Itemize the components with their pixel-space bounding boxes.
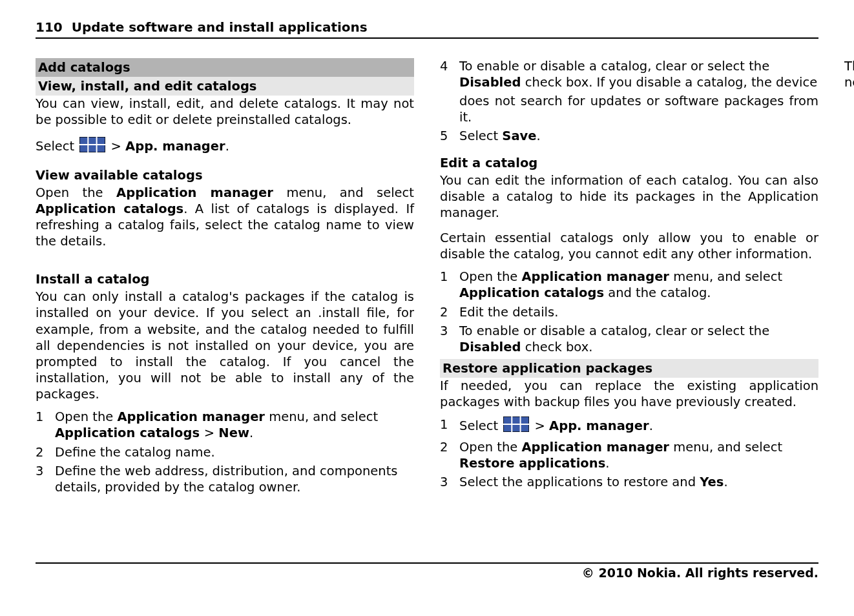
install-step-5: 5 Select Save.: [440, 128, 818, 144]
restore-step-2: 2 Open the Application manager menu, and…: [440, 439, 818, 471]
running-header: 110Update software and install applicati…: [36, 19, 818, 39]
heading-edit-catalog: Edit a catalog: [440, 155, 818, 171]
page-title: Update software and install applications: [72, 19, 368, 35]
select-suffix: >: [107, 139, 125, 154]
edit-step-2: 2 Edit the details.: [440, 304, 818, 320]
app-grid-icon: [503, 416, 529, 436]
restore-step-1: 1 Select > App. manager.: [440, 416, 818, 436]
heading-view-catalogs: View available catalogs: [36, 167, 414, 183]
restore-step-3: 3 Select the applications to restore and…: [440, 474, 818, 490]
restore-steps: 1 Select > App. manager. 2 Open the Appl…: [440, 416, 818, 490]
restore-body: If needed, you can replace the existing …: [440, 378, 818, 410]
install-catalog-body: You can only install a catalog's package…: [36, 289, 414, 402]
footer-copyright: © 2010 Nokia. All rights reserved.: [36, 562, 818, 581]
install-step-2: 2 Define the catalog name.: [36, 444, 414, 460]
view-catalogs-body: Open the Application manager menu, and s…: [36, 185, 414, 250]
select-prefix: Select: [36, 139, 78, 154]
section-heading-add-catalogs: Add catalogs: [36, 58, 414, 77]
edit-steps: 1 Open the Application manager menu, and…: [440, 269, 818, 355]
edit-catalog-body-2: Certain essential catalogs only allow yo…: [440, 230, 818, 262]
content-columns: Add catalogs View, install, and edit cat…: [36, 58, 818, 523]
install-step-3: 3 Define the web address, distribution, …: [36, 463, 414, 495]
install-steps-cont: 5 Select Save.: [440, 128, 818, 144]
edit-step-3: 3 To enable or disable a catalog, clear …: [440, 323, 818, 355]
install-step-4: 4 To enable or disable a catalog, clear …: [440, 58, 818, 90]
section-heading-restore: Restore application packages: [440, 359, 818, 378]
install-step-4-continued: does not search for updates or software …: [440, 93, 818, 125]
section-heading-view-install-edit: View, install, and edit catalogs: [36, 77, 414, 96]
period: .: [225, 139, 229, 154]
app-grid-icon: [79, 137, 105, 156]
install-step-1: 1 Open the Application manager menu, and…: [36, 409, 414, 441]
edit-step-1: 1 Open the Application manager menu, and…: [440, 269, 818, 301]
select-line: Select > App. manager.: [36, 137, 414, 156]
page-number: 110: [36, 19, 63, 35]
page: 110Update software and install applicati…: [0, 0, 854, 536]
restore-tail: The applications are retrieved from cata…: [844, 58, 854, 90]
intro-paragraph: You can view, install, edit, and delete …: [36, 96, 414, 128]
app-manager-label: App. manager: [125, 139, 225, 154]
heading-install-catalog: Install a catalog: [36, 271, 414, 287]
edit-catalog-body-1: You can edit the information of each cat…: [440, 172, 818, 221]
